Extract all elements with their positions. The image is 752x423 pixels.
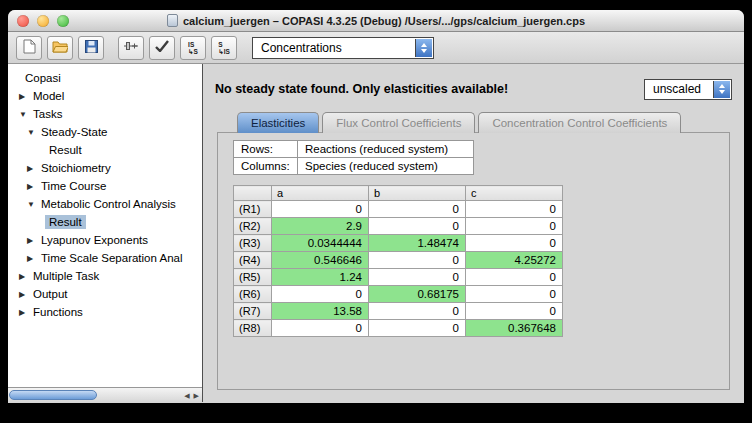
value-cell[interactable]: 0 <box>272 320 369 337</box>
rows-value: Reactions (reduced system) <box>298 141 474 158</box>
screen: { "window": { "title": "calcium_juergen … <box>0 0 752 423</box>
collapse-triangle-icon[interactable]: ▼ <box>27 200 37 209</box>
columns-label: Columns: <box>234 158 298 175</box>
close-window-button[interactable] <box>17 15 29 27</box>
check-model-button[interactable] <box>149 36 175 60</box>
expand-triangle-icon[interactable]: ▶ <box>27 182 37 191</box>
value-cell[interactable]: 0.367648 <box>466 320 563 337</box>
row-header-r1: (R1) <box>234 201 272 218</box>
table-row: Rows: Reactions (reduced system) <box>234 141 474 158</box>
value-cell[interactable]: 0 <box>272 286 369 303</box>
sidebar-item-lyapunov-exponents[interactable]: ▶Lyapunov Exponents <box>8 231 202 249</box>
value-cell[interactable]: 0 <box>369 201 466 218</box>
table-row: (R3)0.03444441.484740 <box>234 235 563 252</box>
value-cell[interactable]: 0 <box>466 286 563 303</box>
slider-button[interactable] <box>118 36 144 60</box>
value-cell[interactable]: 0 <box>466 201 563 218</box>
sidebar-tree: Copasi▶Model▼Tasks▼Steady-StateResult▶St… <box>8 64 203 402</box>
sidebar-item-label: Steady-State <box>37 125 111 139</box>
stepper-icon[interactable] <box>713 81 730 98</box>
value-cell[interactable]: 0 <box>466 303 563 320</box>
sidebar-horizontal-scrollbar[interactable]: ◀ ▶ <box>8 387 202 402</box>
sidebar-item-copasi[interactable]: Copasi <box>8 69 202 87</box>
value-cell[interactable]: 0 <box>369 218 466 235</box>
minimize-window-button[interactable] <box>37 15 49 27</box>
table-row: Columns: Species (reduced system) <box>234 158 474 175</box>
sidebar-item-label: Multiple Task <box>29 269 103 283</box>
expand-triangle-icon[interactable]: ▶ <box>27 254 37 263</box>
value-cell[interactable]: 0.0344444 <box>272 235 369 252</box>
value-cell[interactable]: 0 <box>466 218 563 235</box>
value-cell[interactable]: 0 <box>369 252 466 269</box>
value-cell[interactable]: 13.58 <box>272 303 369 320</box>
sidebar-item-time-course[interactable]: ▶Time Course <box>8 177 202 195</box>
expand-triangle-icon[interactable]: ▶ <box>19 308 29 317</box>
scale-selector-value: unscaled <box>653 82 701 96</box>
sidebar-item-label: Copasi <box>21 71 65 85</box>
row-header-r3: (R3) <box>234 235 272 252</box>
scale-selector[interactable]: unscaled <box>644 79 732 100</box>
save-file-button[interactable] <box>78 36 104 60</box>
row-header-r6: (R6) <box>234 286 272 303</box>
table-row: (R8)000.367648 <box>234 320 563 337</box>
row-header-r8: (R8) <box>234 320 272 337</box>
sidebar-item-result[interactable]: Result <box>8 213 202 231</box>
sidebar-item-multiple-task[interactable]: ▶Multiple Task <box>8 267 202 285</box>
table-row: (R7)13.5800 <box>234 303 563 320</box>
column-header-c: c <box>466 186 563 201</box>
table-row: (R4)0.54664604.25272 <box>234 252 563 269</box>
sidebar-item-result[interactable]: Result <box>8 141 202 159</box>
scroll-left-arrow-icon[interactable]: ◀ <box>184 392 189 400</box>
sidebar-item-metabolic-control-analysis[interactable]: ▼Metabolic Control Analysis <box>8 195 202 213</box>
value-cell[interactable]: 2.9 <box>272 218 369 235</box>
sidebar-item-label: Output <box>29 287 72 301</box>
sbml-export-button[interactable]: S ↳IS <box>211 36 237 60</box>
sbml-import-button[interactable]: IS ↳S <box>180 36 206 60</box>
value-cell[interactable]: 0 <box>272 201 369 218</box>
tab-concentration-control-coefficients[interactable]: Concentration Control Coefficients <box>478 112 681 133</box>
table-corner-header <box>234 186 272 201</box>
task-selector[interactable]: Concentrations <box>252 37 434 59</box>
traffic-lights <box>17 15 69 27</box>
collapse-triangle-icon[interactable]: ▼ <box>27 128 37 137</box>
sidebar-item-output[interactable]: ▶Output <box>8 285 202 303</box>
expand-triangle-icon[interactable]: ▶ <box>19 92 29 101</box>
open-file-button[interactable] <box>47 36 73 60</box>
tab-elasticities[interactable]: Elasticities <box>237 112 319 133</box>
value-cell[interactable]: 0 <box>466 235 563 252</box>
value-cell[interactable]: 1.48474 <box>369 235 466 252</box>
save-floppy-icon <box>85 40 98 56</box>
value-cell[interactable]: 4.25272 <box>466 252 563 269</box>
sidebar-item-model[interactable]: ▶Model <box>8 87 202 105</box>
value-cell[interactable]: 0 <box>369 320 466 337</box>
tab-flux-control-coefficients[interactable]: Flux Control Coefficients <box>322 112 475 133</box>
expand-triangle-icon[interactable]: ▶ <box>19 290 29 299</box>
table-row: (R6)00.681750 <box>234 286 563 303</box>
zoom-window-button[interactable] <box>57 15 69 27</box>
expand-triangle-icon[interactable]: ▶ <box>19 272 29 281</box>
collapse-triangle-icon[interactable]: ▼ <box>19 110 29 119</box>
value-cell[interactable]: 0 <box>466 269 563 286</box>
sidebar-item-steady-state[interactable]: ▼Steady-State <box>8 123 202 141</box>
sidebar-item-stoichiometry[interactable]: ▶Stoichiometry <box>8 159 202 177</box>
scroll-right-arrow-icon[interactable]: ▶ <box>194 392 199 400</box>
result-tabs: ElasticitiesFlux Control CoefficientsCon… <box>237 112 732 133</box>
value-cell[interactable]: 0.546646 <box>272 252 369 269</box>
document-proxy-icon <box>167 14 178 27</box>
sidebar-item-tasks[interactable]: ▼Tasks <box>8 105 202 123</box>
titlebar[interactable]: calcium_juergen – COPASI 4.3.25 (Debug) … <box>8 10 744 32</box>
new-file-button[interactable] <box>16 36 42 60</box>
value-cell[interactable]: 0 <box>369 303 466 320</box>
stepper-icon[interactable] <box>415 39 432 57</box>
expand-triangle-icon[interactable]: ▶ <box>27 164 37 173</box>
status-row: No steady state found. Only elasticities… <box>215 78 732 100</box>
sidebar-item-label: Result <box>45 143 86 157</box>
sidebar-item-time-scale-separation-anal[interactable]: ▶Time Scale Separation Anal <box>8 249 202 267</box>
scrollbar-thumb[interactable] <box>9 390 97 400</box>
value-cell[interactable]: 1.24 <box>272 269 369 286</box>
value-cell[interactable]: 0.68175 <box>369 286 466 303</box>
sidebar-item-functions[interactable]: ▶Functions <box>8 303 202 321</box>
expand-triangle-icon[interactable]: ▶ <box>27 236 37 245</box>
value-cell[interactable]: 0 <box>369 269 466 286</box>
column-header-b: b <box>369 186 466 201</box>
